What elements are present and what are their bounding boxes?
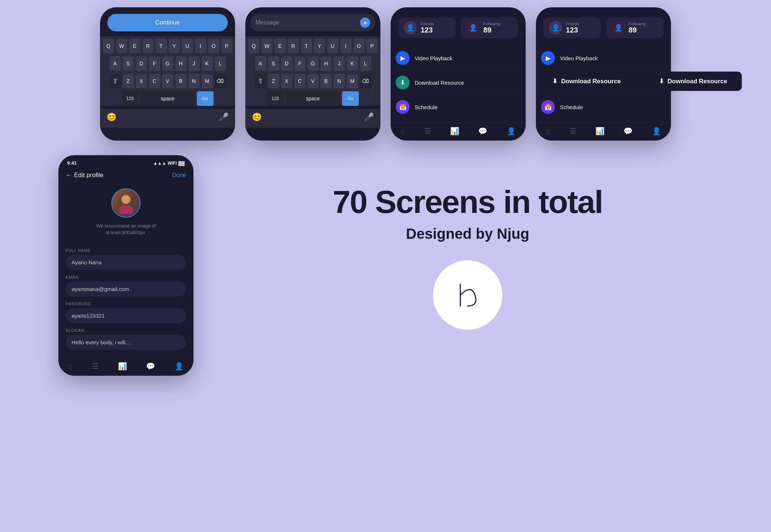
menu-item-video-4[interactable]: ▶ Video Playback <box>541 46 666 70</box>
key-g[interactable]: G <box>162 56 173 71</box>
key-123b[interactable]: 123 <box>267 91 284 106</box>
key-k[interactable]: K <box>202 56 213 71</box>
slogan-input[interactable]: Hello every body, i will... <box>66 335 186 350</box>
key-j[interactable]: J <box>188 56 200 71</box>
friends-stat-3: 👤 Friends 123 <box>398 18 456 38</box>
emoji-icon-2[interactable]: 😊 <box>252 112 262 122</box>
download-resource-btn-1[interactable]: ⬇ Download Resource <box>538 72 635 91</box>
key-w2[interactable]: W <box>261 39 273 53</box>
mic-icon[interactable]: 🎤 <box>219 112 229 122</box>
menu-item-schedule-3[interactable]: 📅 Schedule <box>396 95 521 119</box>
password-input[interactable]: ayano123321 <box>66 308 186 323</box>
nav-list-4[interactable]: ☰ <box>569 127 576 135</box>
continue-button[interactable]: Continue <box>107 14 228 31</box>
nav-chat-edit[interactable]: 💬 <box>146 362 155 371</box>
done-button[interactable]: Done <box>172 172 186 179</box>
key-s2[interactable]: S <box>268 56 279 71</box>
nav-list-edit[interactable]: ☰ <box>92 362 99 371</box>
key-p[interactable]: P <box>221 39 233 53</box>
nav-home-4[interactable]: ⌂ <box>545 127 550 135</box>
wifi-icon: WiFi <box>168 161 177 166</box>
key-b[interactable]: B <box>175 74 187 88</box>
menu-item-schedule-4[interactable]: 📅 Schedule <box>541 95 666 119</box>
key-e[interactable]: E <box>129 39 141 53</box>
key-p2[interactable]: P <box>367 39 378 53</box>
key-x2[interactable]: X <box>281 74 292 88</box>
key-m[interactable]: M <box>202 74 213 88</box>
key-r[interactable]: R <box>142 39 154 53</box>
key-space2[interactable]: space <box>285 91 340 106</box>
key-shift[interactable]: ⇧ <box>110 74 121 88</box>
download-resource-btn-2[interactable]: ⬇ Download Resource <box>644 72 742 91</box>
key-s[interactable]: S <box>123 56 134 71</box>
key-f2[interactable]: F <box>294 56 306 71</box>
nav-chat-3[interactable]: 💬 <box>478 127 487 135</box>
key-l2[interactable]: L <box>360 56 371 71</box>
key-d[interactable]: D <box>136 56 147 71</box>
key-backspace[interactable]: ⌫ <box>215 74 226 88</box>
key-o2[interactable]: O <box>353 39 365 53</box>
nav-profile-4[interactable]: 👤 <box>652 127 661 135</box>
key-y[interactable]: Y <box>169 39 180 53</box>
key-q[interactable]: Q <box>103 39 114 53</box>
key-shift2[interactable]: ⇧ <box>255 74 266 88</box>
key-h[interactable]: H <box>175 56 187 71</box>
key-row-2: A S D F G H J K L <box>102 56 233 71</box>
key-w[interactable]: W <box>116 39 127 53</box>
key-v[interactable]: V <box>162 74 173 88</box>
key-f[interactable]: F <box>149 56 160 71</box>
key-z2[interactable]: Z <box>268 74 279 88</box>
nav-list-3[interactable]: ☰ <box>424 127 431 135</box>
key-go[interactable]: Go <box>197 91 214 106</box>
mic-icon-2[interactable]: 🎤 <box>364 112 374 122</box>
nav-home-edit[interactable]: ⌂ <box>68 362 72 371</box>
nav-chart-3[interactable]: 📊 <box>450 127 459 135</box>
key-t2[interactable]: T <box>301 39 312 53</box>
back-button[interactable]: ← Edit profile <box>66 172 103 179</box>
key-a[interactable]: A <box>110 56 121 71</box>
key-x[interactable]: X <box>136 74 147 88</box>
key-a2[interactable]: A <box>255 56 266 71</box>
fullname-input[interactable]: Ayano Nana <box>66 255 186 270</box>
key-q2[interactable]: Q <box>248 39 260 53</box>
key-t[interactable]: T <box>156 39 167 53</box>
key-123[interactable]: 123 <box>122 91 138 106</box>
email-input[interactable]: ayanonana@gmail.com <box>66 282 186 296</box>
key-d2[interactable]: D <box>281 56 292 71</box>
key-c[interactable]: C <box>149 74 160 88</box>
nav-chart-4[interactable]: 📊 <box>595 127 605 135</box>
key-e2[interactable]: E <box>275 39 286 53</box>
nav-profile-3[interactable]: 👤 <box>507 127 516 135</box>
key-backspace2[interactable]: ⌫ <box>360 74 371 88</box>
key-c2[interactable]: C <box>294 74 306 88</box>
key-n[interactable]: N <box>188 74 200 88</box>
key-i2[interactable]: I <box>340 39 352 53</box>
key-v2[interactable]: V <box>307 74 319 88</box>
key-b2[interactable]: B <box>321 74 332 88</box>
emoji-icon[interactable]: 😊 <box>107 112 116 122</box>
key-u[interactable]: U <box>182 39 193 53</box>
key-o[interactable]: O <box>208 39 219 53</box>
avatar-circle[interactable] <box>111 188 141 218</box>
key-z[interactable]: Z <box>123 74 134 88</box>
send-button[interactable]: ➤ <box>360 18 370 28</box>
key-n2[interactable]: N <box>334 74 345 88</box>
nav-chat-4[interactable]: 💬 <box>624 127 633 135</box>
menu-item-download-3[interactable]: ⬇ Download Resource <box>396 70 521 95</box>
key-m2[interactable]: M <box>347 74 358 88</box>
key-u2[interactable]: U <box>327 39 338 53</box>
nav-chart-edit[interactable]: 📊 <box>118 362 127 371</box>
menu-item-video-3[interactable]: ▶ Video Playback <box>396 46 521 70</box>
key-r2[interactable]: R <box>288 39 299 53</box>
nav-home-3[interactable]: ⌂ <box>400 127 404 135</box>
key-y2[interactable]: Y <box>314 39 325 53</box>
key-g2[interactable]: G <box>307 56 319 71</box>
key-j2[interactable]: J <box>334 56 345 71</box>
key-i[interactable]: I <box>195 39 206 53</box>
key-k2[interactable]: K <box>347 56 358 71</box>
key-space[interactable]: space <box>140 91 195 106</box>
key-go2[interactable]: Go <box>342 91 359 106</box>
key-l[interactable]: L <box>215 56 226 71</box>
nav-profile-edit[interactable]: 👤 <box>174 362 184 371</box>
key-h2[interactable]: H <box>321 56 332 71</box>
